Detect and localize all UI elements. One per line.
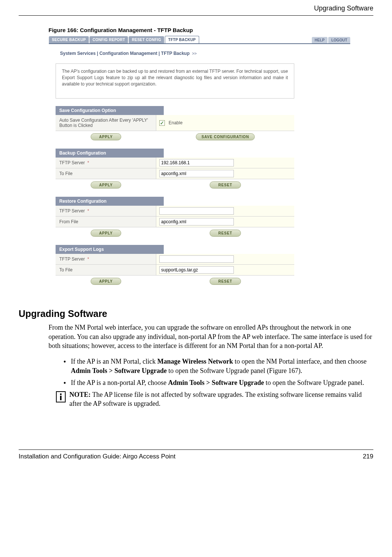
- tab-secure-backup[interactable]: SECURE BACKUP: [49, 36, 89, 43]
- tab-reset-config[interactable]: RESET CONFIG: [129, 36, 164, 43]
- enable-text: Enable: [169, 120, 182, 125]
- enable-checkbox[interactable]: ✓: [159, 120, 165, 126]
- tab-tftp-backup[interactable]: TFTP BACKUP: [165, 36, 199, 43]
- running-header: Upgrading Software: [19, 0, 373, 16]
- export-section: Export Support Logs TFTP Server * To Fil…: [56, 245, 294, 286]
- logout-button[interactable]: LOGOUT: [328, 37, 350, 43]
- footer-page-number: 219: [363, 453, 373, 460]
- section-title: Upgrading Software: [19, 308, 373, 319]
- export-file-input[interactable]: [159, 266, 234, 274]
- restore-server-input[interactable]: [159, 207, 234, 215]
- backup-server-input[interactable]: [159, 159, 234, 167]
- restore-reset-button[interactable]: RESET: [210, 230, 241, 237]
- intro-paragraph: From the NM Portal web interface, you ca…: [48, 323, 373, 350]
- export-file-label: To File: [56, 265, 156, 275]
- save-config-section: Save Configuration Option Auto Save Conf…: [56, 106, 294, 142]
- tab-config-report[interactable]: CONFIG REPORT: [90, 36, 128, 43]
- breadcrumb-arrow-icon: >>: [191, 51, 197, 56]
- restore-file-input[interactable]: [159, 218, 234, 225]
- breadcrumb: System Services | Configuration Manageme…: [49, 44, 350, 60]
- crumb-1: System Services: [60, 51, 95, 56]
- bullet-1: If the AP is an NM Portal, click Manage …: [63, 357, 373, 375]
- export-apply-button[interactable]: APPLY: [91, 278, 121, 285]
- restore-apply-button[interactable]: APPLY: [91, 230, 121, 237]
- bullet-list: If the AP is an NM Portal, click Manage …: [63, 357, 373, 387]
- autosave-label: Auto Save Configuration After Every 'APP…: [56, 115, 156, 131]
- screenshot-panel: SECURE BACKUP CONFIG REPORT RESET CONFIG…: [48, 35, 351, 293]
- note-text: NOTE: The AP license file is not affecte…: [69, 390, 373, 408]
- backup-section: Backup Configuration TFTP Server * To Fi…: [56, 149, 294, 190]
- tab-bar: SECURE BACKUP CONFIG REPORT RESET CONFIG…: [49, 35, 350, 44]
- save-apply-button[interactable]: APPLY: [91, 133, 121, 140]
- figure-caption: Figure 166: Configuration Management - T…: [48, 27, 373, 33]
- backup-reset-button[interactable]: RESET: [210, 181, 241, 189]
- export-server-input[interactable]: [159, 255, 234, 263]
- backup-header: Backup Configuration: [56, 149, 164, 158]
- description-box: The AP's configuration can be backed up …: [56, 63, 294, 99]
- export-reset-button[interactable]: RESET: [210, 278, 241, 285]
- restore-header: Restore Configuration: [56, 197, 164, 206]
- restore-server-label: TFTP Server *: [56, 206, 156, 216]
- note-block: NOTE: The AP license file is not affecte…: [56, 390, 373, 408]
- backup-file-input[interactable]: [159, 170, 234, 177]
- page-footer: Installation and Configuration Guide: Ai…: [19, 449, 373, 472]
- autosave-row: Auto Save Configuration After Every 'APP…: [56, 115, 294, 131]
- save-config-button[interactable]: SAVE CONFIGURATION: [196, 133, 254, 140]
- info-icon: [56, 391, 66, 402]
- backup-apply-button[interactable]: APPLY: [91, 181, 121, 189]
- help-button[interactable]: HELP: [312, 37, 328, 43]
- footer-left: Installation and Configuration Guide: Ai…: [19, 453, 176, 460]
- backup-server-label: TFTP Server *: [56, 158, 156, 168]
- bullet-2: If the AP is a non-portal AP, choose Adm…: [63, 378, 373, 387]
- backup-file-label: To File: [56, 168, 156, 179]
- crumb-3: TFTP Backup: [161, 51, 189, 56]
- restore-section: Restore Configuration TFTP Server * From…: [56, 197, 294, 238]
- restore-file-label: From File: [56, 217, 156, 227]
- export-header: Export Support Logs: [56, 245, 164, 254]
- header-title: Upgrading Software: [314, 4, 373, 12]
- crumb-2: Configuration Management: [99, 51, 157, 56]
- save-config-header: Save Configuration Option: [56, 106, 164, 115]
- export-server-label: TFTP Server *: [56, 254, 156, 264]
